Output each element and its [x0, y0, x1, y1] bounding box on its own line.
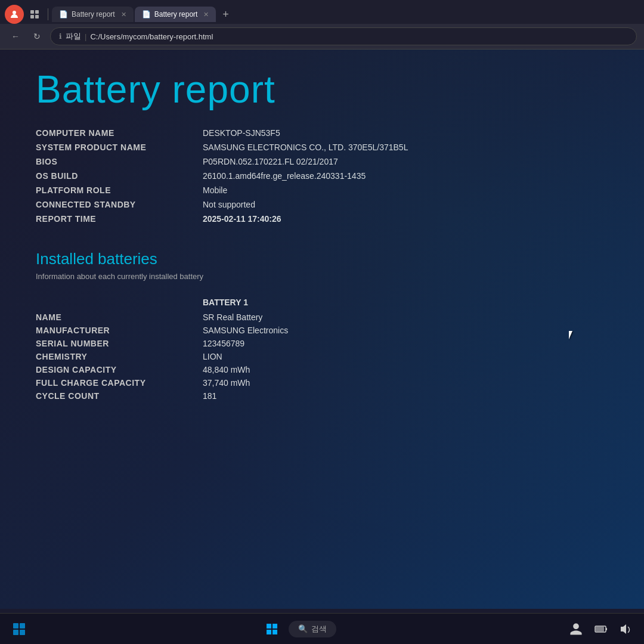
- battery-serial-row: SERIAL NUMBER 123456789: [36, 337, 608, 350]
- system-info-table: COMPUTER NAME DESKTOP-SJN53F5 SYSTEM PRO…: [36, 126, 608, 226]
- tab-icon-2: 📄: [142, 10, 151, 18]
- platform-role-label: PLATFORM ROLE: [36, 185, 203, 195]
- battery-chemistry-label: CHEMISTRY: [36, 352, 203, 361]
- os-build-row: OS BUILD 26100.1.amd64fre.ge_release.240…: [36, 169, 608, 183]
- computer-name-label: COMPUTER NAME: [36, 128, 203, 138]
- windows-start-button[interactable]: [260, 617, 284, 641]
- svg-rect-8: [20, 630, 25, 635]
- battery-table: BATTERY 1 NAME SR Real Battery MANUFACTU…: [36, 298, 608, 402]
- system-product-name-value: SAMSUNG ELECTRONICS CO., LTD. 370E5L/371…: [203, 143, 408, 152]
- battery-design-capacity-label: DESIGN CAPACITY: [36, 365, 203, 374]
- battery-name-row: NAME SR Real Battery: [36, 311, 608, 324]
- tab-close-1[interactable]: ✕: [121, 11, 126, 18]
- battery-chemistry-row: CHEMISTRY LION: [36, 350, 608, 363]
- battery-chemistry-value: LION: [203, 352, 222, 361]
- page-content: Battery report COMPUTER NAME DESKTOP-SJN…: [0, 49, 644, 609]
- tab-label-2: Battery report: [154, 10, 198, 18]
- battery-design-capacity-value: 48,840 mWh: [203, 365, 250, 374]
- battery-header-row: BATTERY 1: [36, 298, 608, 307]
- battery-manufacturer-value: SAMSUNG Electronics: [203, 326, 288, 335]
- taskbar-sound-icon[interactable]: [615, 618, 637, 640]
- bios-label: BIOS: [36, 157, 203, 166]
- svg-rect-14: [606, 628, 607, 630]
- svg-point-0: [13, 11, 16, 14]
- info-icon: ℹ: [59, 32, 62, 41]
- battery-serial-value: 123456789: [203, 339, 244, 348]
- battery-manufacturer-label: MANUFACTURER: [36, 326, 203, 335]
- svg-rect-9: [267, 624, 271, 628]
- taskbar-left: [7, 617, 31, 641]
- reload-button[interactable]: ↻: [29, 28, 45, 45]
- taskbar-battery-icon[interactable]: [590, 618, 612, 640]
- url-separator: |: [85, 32, 86, 41]
- svg-rect-11: [267, 630, 271, 634]
- new-tab-button[interactable]: +: [217, 6, 234, 23]
- svg-rect-4: [35, 15, 39, 18]
- tab-bar: 📄 Battery report ✕ 📄 Battery report ✕ +: [0, 0, 644, 24]
- connected-standby-value: Not supported: [203, 200, 255, 209]
- battery-cycle-count-value: 181: [203, 391, 216, 401]
- svg-rect-3: [30, 15, 34, 18]
- report-time-label: REPORT TIME: [36, 214, 203, 224]
- search-icon: 🔍: [298, 624, 308, 633]
- tab-grid-icon[interactable]: [27, 7, 42, 21]
- battery-full-charge-row: FULL CHARGE CAPACITY 37,740 mWh: [36, 376, 608, 389]
- system-product-name-row: SYSTEM PRODUCT NAME SAMSUNG ELECTRONICS …: [36, 140, 608, 154]
- taskbar-search[interactable]: 🔍 검색: [289, 621, 336, 637]
- browser-chrome: 📄 Battery report ✕ 📄 Battery report ✕ + …: [0, 0, 644, 49]
- taskbar-search-text: 검색: [311, 624, 327, 634]
- svg-rect-15: [596, 627, 604, 631]
- svg-rect-5: [13, 623, 18, 628]
- battery-name-label: NAME: [36, 312, 203, 322]
- url-path: C:/Users/mycom/battery-report.html: [90, 32, 213, 41]
- svg-rect-6: [20, 623, 25, 628]
- platform-role-row: PLATFORM ROLE Mobile: [36, 183, 608, 197]
- installed-batteries-title: Installed batteries: [36, 250, 608, 268]
- profile-icon[interactable]: [5, 5, 24, 24]
- installed-batteries-subtitle: Information about each currently install…: [36, 272, 608, 281]
- taskbar: 🔍 검색: [0, 613, 644, 644]
- address-bar: ← ↻ ℹ 파일 | C:/Users/mycom/battery-report…: [0, 24, 644, 49]
- os-build-label: OS BUILD: [36, 171, 203, 181]
- installed-batteries-section: Installed batteries Information about ea…: [36, 250, 608, 402]
- svg-rect-7: [13, 630, 18, 635]
- taskbar-center: 🔍 검색: [31, 617, 565, 641]
- back-button[interactable]: ←: [7, 28, 24, 45]
- connected-standby-row: CONNECTED STANDBY Not supported: [36, 197, 608, 212]
- svg-rect-2: [35, 10, 39, 14]
- battery-1-header: BATTERY 1: [203, 298, 248, 307]
- connected-standby-label: CONNECTED STANDBY: [36, 200, 203, 209]
- taskbar-person-icon[interactable]: [565, 618, 587, 640]
- tab-battery-report-2[interactable]: 📄 Battery report ✕: [135, 7, 216, 22]
- tab-battery-report-1[interactable]: 📄 Battery report ✕: [52, 7, 134, 22]
- svg-rect-10: [273, 624, 277, 628]
- bios-row: BIOS P05RDN.052.170221.FL 02/21/2017: [36, 154, 608, 169]
- battery-header-spacer: [36, 298, 203, 307]
- battery-name-value: SR Real Battery: [203, 312, 262, 322]
- battery-design-capacity-row: DESIGN CAPACITY 48,840 mWh: [36, 363, 608, 376]
- taskbar-widget-icon[interactable]: [7, 617, 31, 641]
- url-bar[interactable]: ℹ 파일 | C:/Users/mycom/battery-report.htm…: [50, 27, 637, 45]
- battery-full-charge-value: 37,740 mWh: [203, 378, 250, 388]
- bios-value: P05RDN.052.170221.FL 02/21/2017: [203, 157, 338, 166]
- tab-divider: [48, 8, 48, 20]
- platform-role-value: Mobile: [203, 185, 227, 195]
- computer-name-row: COMPUTER NAME DESKTOP-SJN53F5: [36, 126, 608, 140]
- battery-full-charge-label: FULL CHARGE CAPACITY: [36, 378, 203, 388]
- tab-icon-1: 📄: [59, 10, 68, 18]
- report-time-value: 2025-02-11 17:40:26: [203, 214, 281, 224]
- computer-name-value: DESKTOP-SJN53F5: [203, 128, 280, 138]
- page-title: Battery report: [36, 67, 608, 112]
- os-build-value: 26100.1.amd64fre.ge_release.240331-1435: [203, 171, 366, 181]
- battery-cycle-count-row: CYCLE COUNT 181: [36, 389, 608, 402]
- battery-manufacturer-row: MANUFACTURER SAMSUNG Electronics: [36, 324, 608, 337]
- system-product-name-label: SYSTEM PRODUCT NAME: [36, 143, 203, 152]
- svg-rect-1: [30, 10, 34, 14]
- battery-serial-label: SERIAL NUMBER: [36, 339, 203, 348]
- tab-label-1: Battery report: [72, 10, 115, 18]
- taskbar-right: [565, 618, 637, 640]
- report-time-row: REPORT TIME 2025-02-11 17:40:26: [36, 212, 608, 226]
- url-prefix: 파일: [66, 31, 81, 42]
- tab-close-2[interactable]: ✕: [203, 11, 209, 18]
- svg-rect-12: [273, 630, 277, 634]
